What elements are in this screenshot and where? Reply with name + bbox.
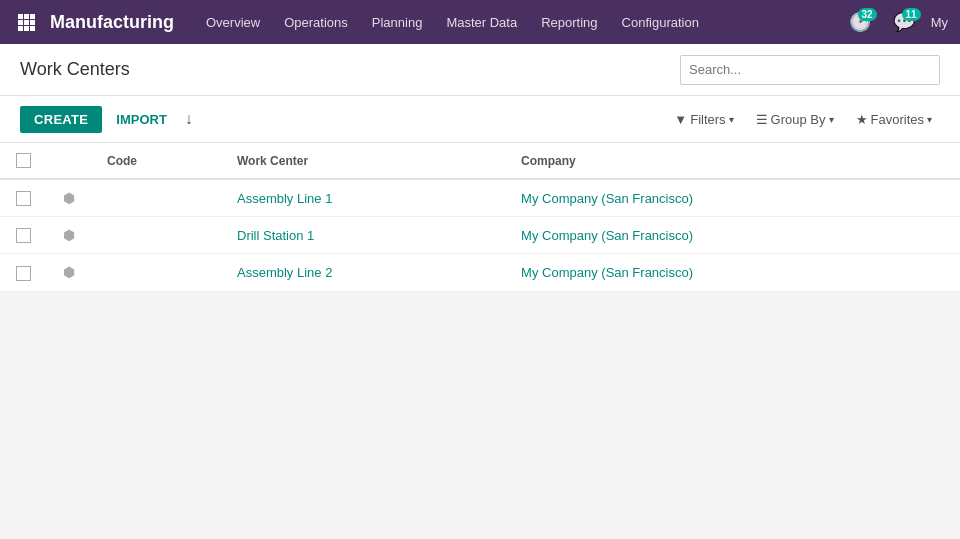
row-checkbox[interactable] (16, 228, 31, 243)
table-row: ⬢ Assembly Line 1 My Company (San Franci… (0, 179, 960, 217)
groupby-label: Group By (771, 112, 826, 127)
drag-handle-icon[interactable]: ⬢ (63, 190, 75, 206)
filter-icon: ▼ (674, 112, 687, 127)
search-input[interactable] (681, 62, 939, 77)
filters-button[interactable]: ▼ Filters ▾ (666, 108, 741, 131)
import-button[interactable]: IMPORT (106, 106, 177, 133)
nav-master-data[interactable]: Master Data (444, 11, 519, 34)
grid-menu-icon[interactable] (12, 8, 40, 36)
top-right-controls: 🕑 32 💬 11 My (843, 8, 948, 36)
row-company[interactable]: My Company (San Francisco) (505, 254, 960, 291)
company-column-header: Company (505, 143, 960, 179)
row-checkbox-cell[interactable] (0, 254, 47, 291)
svg-rect-0 (18, 14, 23, 19)
svg-rect-5 (30, 20, 35, 25)
row-work-center[interactable]: Assembly Line 2 (221, 254, 505, 291)
activity-count: 32 (858, 8, 877, 21)
nav-overview[interactable]: Overview (204, 11, 262, 34)
svg-rect-8 (30, 26, 35, 31)
row-checkbox[interactable] (16, 191, 31, 206)
search-bar (680, 55, 940, 85)
groupby-button[interactable]: ☰ Group By ▾ (748, 108, 842, 131)
drag-handle-icon[interactable]: ⬢ (63, 227, 75, 243)
filters-label: Filters (690, 112, 725, 127)
row-checkbox-cell[interactable] (0, 217, 47, 254)
subheader: Work Centers (0, 44, 960, 96)
groupby-arrow-icon: ▾ (829, 114, 834, 125)
row-drag-cell[interactable]: ⬢ (47, 254, 91, 291)
activity-badge[interactable]: 🕑 32 (843, 8, 877, 36)
drag-handle-icon[interactable]: ⬢ (63, 264, 75, 280)
table-row: ⬢ Assembly Line 2 My Company (San Franci… (0, 254, 960, 291)
svg-rect-7 (24, 26, 29, 31)
work-centers-table: Code Work Center Company ⬢ Assembly Line… (0, 143, 960, 292)
row-checkbox-cell[interactable] (0, 179, 47, 217)
row-code (91, 179, 221, 217)
messages-badge[interactable]: 💬 11 (887, 8, 921, 36)
filter-controls: ▼ Filters ▾ ☰ Group By ▾ ★ Favorites ▾ (666, 108, 940, 131)
svg-rect-1 (24, 14, 29, 19)
svg-rect-4 (24, 20, 29, 25)
nav-configuration[interactable]: Configuration (620, 11, 701, 34)
toolbar: CREATE IMPORT ↓ ▼ Filters ▾ ☰ Group By ▾… (0, 96, 960, 143)
row-work-center[interactable]: Assembly Line 1 (221, 179, 505, 217)
row-code (91, 217, 221, 254)
work-centers-table-container: Code Work Center Company ⬢ Assembly Line… (0, 143, 960, 292)
table-header-row: Code Work Center Company (0, 143, 960, 179)
page-title: Work Centers (20, 59, 680, 80)
filters-arrow-icon: ▾ (729, 114, 734, 125)
drag-header (47, 143, 91, 179)
nav-operations[interactable]: Operations (282, 11, 350, 34)
top-navigation: Manufacturing Overview Operations Planni… (0, 0, 960, 44)
svg-rect-6 (18, 26, 23, 31)
row-company[interactable]: My Company (San Francisco) (505, 217, 960, 254)
row-checkbox[interactable] (16, 266, 31, 281)
favorites-label: Favorites (871, 112, 924, 127)
row-work-center[interactable]: Drill Station 1 (221, 217, 505, 254)
create-button[interactable]: CREATE (20, 106, 102, 133)
table-row: ⬢ Drill Station 1 My Company (San Franci… (0, 217, 960, 254)
row-code (91, 254, 221, 291)
favorites-icon: ★ (856, 112, 868, 127)
work-center-column-header: Work Center (221, 143, 505, 179)
row-drag-cell[interactable]: ⬢ (47, 179, 91, 217)
row-company[interactable]: My Company (San Francisco) (505, 179, 960, 217)
nav-reporting[interactable]: Reporting (539, 11, 599, 34)
nav-planning[interactable]: Planning (370, 11, 425, 34)
select-all-header[interactable] (0, 143, 47, 179)
svg-rect-3 (18, 20, 23, 25)
messages-count: 11 (902, 8, 921, 21)
groupby-icon: ☰ (756, 112, 768, 127)
app-logo: Manufacturing (50, 12, 174, 33)
download-icon: ↓ (185, 110, 193, 127)
svg-rect-2 (30, 14, 35, 19)
code-column-header: Code (91, 143, 221, 179)
favorites-arrow-icon: ▾ (927, 114, 932, 125)
top-menu: Overview Operations Planning Master Data… (204, 11, 843, 34)
favorites-button[interactable]: ★ Favorites ▾ (848, 108, 940, 131)
row-drag-cell[interactable]: ⬢ (47, 217, 91, 254)
user-menu[interactable]: My (931, 15, 948, 30)
download-button[interactable]: ↓ (177, 104, 201, 134)
select-all-checkbox[interactable] (16, 153, 31, 168)
